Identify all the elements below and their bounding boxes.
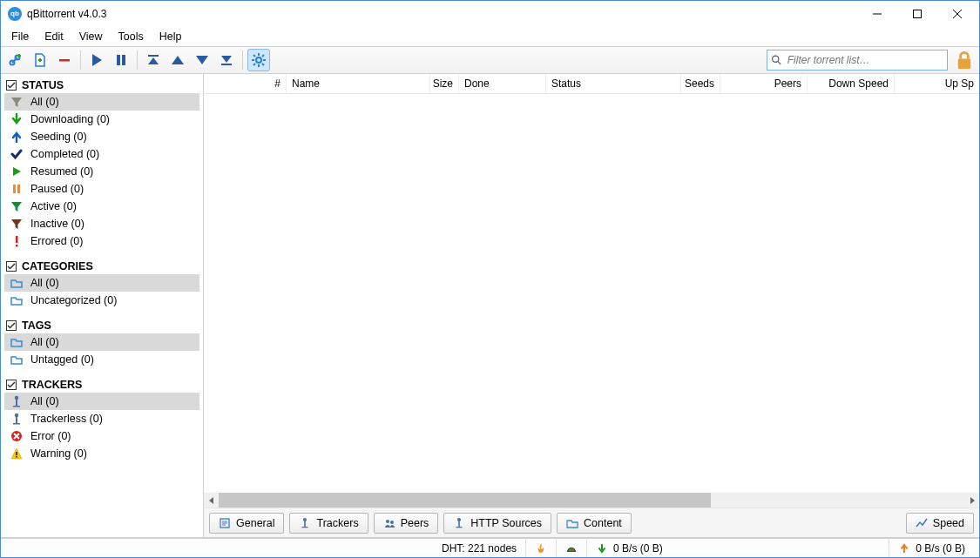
col-size[interactable]: Size <box>433 77 453 90</box>
sidebar-item-label: Trackerless (0) <box>30 413 103 425</box>
tags-untagged[interactable]: Untagged (0) <box>4 351 199 368</box>
svg-point-40 <box>15 396 18 400</box>
status-firewall[interactable] <box>525 539 556 557</box>
filter-search[interactable] <box>767 50 948 71</box>
svg-marker-13 <box>196 56 208 64</box>
status-downloading[interactable]: Downloading (0) <box>4 111 199 128</box>
status-inactive[interactable]: Inactive (0) <box>4 215 199 232</box>
svg-marker-11 <box>148 57 159 64</box>
svg-rect-44 <box>16 417 17 423</box>
svg-rect-32 <box>17 185 20 193</box>
move-top-button[interactable] <box>142 49 165 71</box>
tags-all[interactable]: All (0) <box>4 333 199 351</box>
svg-marker-53 <box>970 497 975 504</box>
tab-general[interactable]: General <box>209 513 284 534</box>
status-active[interactable]: Active (0) <box>4 198 199 215</box>
check-icon <box>6 80 17 91</box>
status-resumed[interactable]: Resumed (0) <box>4 163 199 180</box>
section-tags-label: TAGS <box>22 319 51 332</box>
svg-marker-29 <box>11 97 22 107</box>
tab-content[interactable]: Content <box>557 513 632 534</box>
column-headers[interactable]: # Name Size Done Status Seeds Peers Down… <box>204 74 979 94</box>
tab-speed[interactable]: Speed <box>906 513 974 534</box>
trackers-warning[interactable]: Warning (0) <box>4 445 199 462</box>
svg-rect-9 <box>122 55 125 65</box>
torrent-grid[interactable] <box>204 94 979 493</box>
svg-marker-33 <box>11 202 22 212</box>
resume-button[interactable] <box>85 49 108 71</box>
section-status-label: STATUS <box>22 79 64 91</box>
filter-icon <box>10 199 24 213</box>
svg-rect-10 <box>148 55 159 57</box>
status-completed[interactable]: Completed (0) <box>4 145 199 163</box>
maximize-button[interactable] <box>897 1 937 27</box>
status-errored[interactable]: Errored (0) <box>4 232 199 250</box>
scroll-thumb[interactable] <box>219 493 711 508</box>
tab-peers[interactable]: Peers <box>374 513 439 534</box>
status-all[interactable]: All (0) <box>4 93 199 111</box>
status-seeding[interactable]: Seeding (0) <box>4 128 199 145</box>
add-link-button[interactable] <box>4 49 27 71</box>
svg-rect-59 <box>305 521 307 527</box>
sidebar-item-label: Error (0) <box>30 430 71 442</box>
move-down-button[interactable] <box>191 49 213 71</box>
settings-button[interactable] <box>247 49 270 71</box>
gauge-icon <box>565 542 578 555</box>
close-button[interactable] <box>937 1 977 27</box>
minimize-button[interactable] <box>857 1 897 27</box>
col-name[interactable]: Name <box>292 77 320 90</box>
svg-rect-41 <box>16 400 17 406</box>
col-seeds[interactable]: Seeds <box>685 77 714 90</box>
trackers-error[interactable]: Error (0) <box>4 427 199 445</box>
svg-point-58 <box>303 518 307 521</box>
move-bottom-button[interactable] <box>215 49 238 71</box>
status-up-speed[interactable]: 0 B/s (0 B) <box>889 539 974 557</box>
col-down[interactable]: Down Speed <box>828 77 889 90</box>
col-up[interactable]: Up Sp <box>945 77 974 90</box>
svg-marker-12 <box>172 56 184 64</box>
horizontal-scrollbar[interactable] <box>204 493 979 508</box>
trackers-trackerless[interactable]: Trackerless (0) <box>4 410 199 427</box>
section-tags[interactable]: TAGS <box>4 316 199 333</box>
section-categories[interactable]: CATEGORIES <box>4 257 199 274</box>
status-dht[interactable]: DHT: 221 nodes <box>433 539 525 557</box>
trackers-all[interactable]: All (0) <box>4 393 199 410</box>
status-paused[interactable]: Paused (0) <box>4 180 199 198</box>
menu-edit[interactable]: Edit <box>37 29 71 44</box>
menu-help[interactable]: Help <box>152 29 189 44</box>
check-icon <box>6 320 17 331</box>
lock-button[interactable] <box>953 49 976 71</box>
svg-rect-31 <box>13 185 16 193</box>
scroll-left-icon[interactable] <box>204 493 219 508</box>
section-trackers[interactable]: TRACKERS <box>4 375 199 393</box>
col-status[interactable]: Status <box>551 77 581 90</box>
filter-input[interactable] <box>786 53 943 67</box>
col-hash[interactable]: # <box>274 77 280 90</box>
sidebar-item-label: Untagged (0) <box>30 353 94 366</box>
col-peers[interactable]: Peers <box>774 77 801 90</box>
categories-uncategorized[interactable]: Uncategorized (0) <box>4 292 199 309</box>
title-bar: qBittorrent v4.0.3 <box>1 1 979 27</box>
svg-rect-42 <box>13 406 20 407</box>
status-down-speed[interactable]: 0 B/s (0 B) <box>586 539 672 557</box>
remove-button[interactable] <box>53 49 76 71</box>
status-speed-limit[interactable] <box>556 539 586 557</box>
search-icon <box>771 54 782 66</box>
tab-trackers[interactable]: Trackers <box>289 513 368 534</box>
add-file-button[interactable] <box>29 49 51 71</box>
menu-file[interactable]: File <box>4 29 36 44</box>
svg-rect-27 <box>958 59 970 70</box>
menu-view[interactable]: View <box>72 29 110 44</box>
svg-line-23 <box>253 64 255 65</box>
categories-all[interactable]: All (0) <box>4 274 199 292</box>
tab-http[interactable]: HTTP Sources <box>443 513 551 534</box>
col-done[interactable]: Done <box>464 77 490 90</box>
section-status[interactable]: STATUS <box>4 76 199 93</box>
tab-label: Peers <box>401 517 429 529</box>
scroll-right-icon[interactable] <box>964 493 979 508</box>
menu-tools[interactable]: Tools <box>112 29 151 44</box>
pause-button[interactable] <box>110 49 132 71</box>
section-categories-label: CATEGORIES <box>22 260 93 272</box>
move-up-button[interactable] <box>166 49 189 71</box>
svg-rect-36 <box>16 245 18 247</box>
